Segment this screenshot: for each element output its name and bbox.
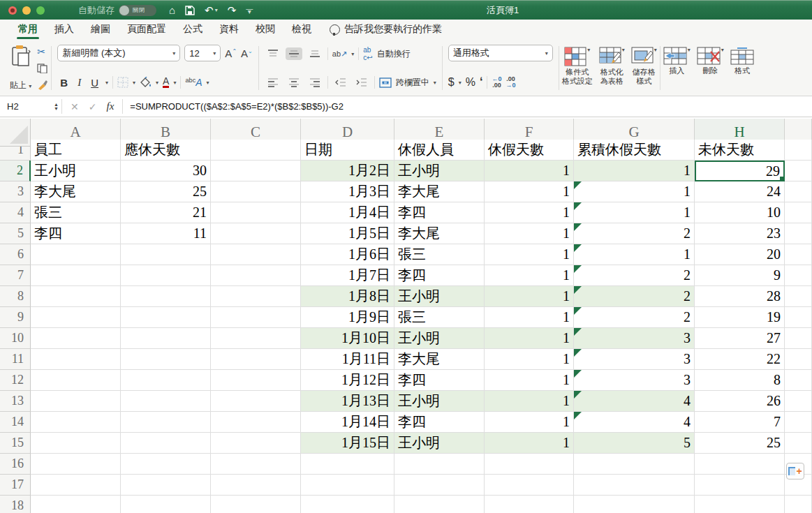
cell-A8[interactable] (31, 286, 121, 307)
bold-button[interactable]: B (57, 77, 71, 89)
cell-A4[interactable]: 張三 (31, 202, 121, 223)
cell-F4[interactable]: 1 (485, 202, 574, 223)
redo-icon[interactable]: ↷ (228, 5, 237, 15)
formula-input[interactable]: =SUMPRODUCT(($A$2:$A$5=E2)*($B$2:$B$5))-… (130, 101, 344, 112)
cell-F14[interactable]: 1 (485, 412, 574, 433)
cell-A6[interactable] (31, 244, 121, 265)
cell-A12[interactable] (31, 370, 121, 391)
cell-B1[interactable]: 應休天數 (121, 140, 211, 161)
conditional-formatting-button[interactable]: ▾ 條件式格式設定 (559, 46, 596, 87)
cell-H6[interactable]: 20 (695, 244, 785, 265)
cell-H10[interactable]: 27 (695, 328, 785, 349)
cell-D11[interactable]: 1月11日 (301, 349, 394, 370)
cell-F3[interactable]: 1 (485, 181, 574, 202)
close-window-button[interactable] (8, 6, 17, 15)
cell-D9[interactable]: 1月9日 (301, 307, 394, 328)
cell-F8[interactable]: 1 (485, 286, 574, 307)
cell-A18[interactable] (31, 496, 121, 513)
cell-E15[interactable]: 王小明 (394, 433, 485, 454)
name-box[interactable]: H2 ▲▼ (0, 96, 61, 117)
align-left-icon[interactable] (265, 76, 281, 89)
cell-H4[interactable]: 10 (695, 202, 785, 223)
enter-icon[interactable]: ✓ (89, 101, 97, 112)
cell-C12[interactable] (211, 370, 301, 391)
cell-C3[interactable] (211, 181, 301, 202)
cell-G17[interactable] (574, 475, 695, 496)
comma-format-button[interactable]: , (480, 76, 482, 89)
format-cells-button[interactable]: 格式 (728, 46, 757, 76)
cell-G11[interactable]: 3 (574, 349, 695, 370)
cell-A2[interactable]: 王小明 (31, 161, 121, 181)
cell-E1[interactable]: 休假人員 (394, 140, 485, 161)
cell-B4[interactable]: 21 (121, 202, 211, 223)
align-bottom-icon[interactable] (307, 47, 323, 60)
cell-H18[interactable] (695, 496, 785, 513)
cell-G13[interactable]: 4 (574, 391, 695, 412)
cell-C10[interactable] (211, 328, 301, 349)
home-icon[interactable]: ⌂ (169, 5, 175, 15)
row-header-15[interactable]: 15 (0, 433, 31, 454)
cell-C18[interactable] (211, 496, 301, 513)
wrap-text-icon[interactable]: abc↩ (363, 46, 372, 61)
cancel-icon[interactable]: ✕ (71, 101, 79, 112)
cell-E18[interactable] (394, 496, 485, 513)
row-header-3[interactable]: 3 (0, 181, 31, 202)
cell-D17[interactable] (301, 475, 394, 496)
cell-C15[interactable] (211, 433, 301, 454)
cut-icon[interactable]: ✂ (37, 46, 48, 57)
align-top-icon[interactable] (265, 47, 281, 60)
merge-center-label[interactable]: 跨欄置中 (396, 77, 429, 89)
cell-C2[interactable] (211, 161, 301, 181)
cell-F18[interactable] (485, 496, 574, 513)
cell-A17[interactable] (31, 475, 121, 496)
cell-E2[interactable]: 王小明 (394, 161, 485, 181)
cell-D7[interactable]: 1月7日 (301, 265, 394, 286)
cell-A16[interactable] (31, 454, 121, 475)
cell-D13[interactable]: 1月13日 (301, 391, 394, 412)
cell-D10[interactable]: 1月10日 (301, 328, 394, 349)
cell-H17[interactable] (695, 475, 785, 496)
row-header-6[interactable]: 6 (0, 244, 31, 265)
currency-format-button[interactable]: $ (448, 76, 455, 89)
select-all-corner[interactable] (0, 119, 31, 147)
cell-D4[interactable]: 1月4日 (301, 202, 394, 223)
phonetic-guide-icon[interactable]: abcA (185, 77, 202, 88)
increase-indent-icon[interactable] (353, 76, 370, 89)
cell-G18[interactable] (574, 496, 695, 513)
cell-F9[interactable]: 1 (485, 307, 574, 328)
quick-analysis-button[interactable]: + (786, 463, 804, 479)
cell-F11[interactable]: 1 (485, 349, 574, 370)
cell-F1[interactable]: 休假天數 (485, 140, 574, 161)
increase-font-size-button[interactable]: A⌃ (225, 47, 237, 59)
cell-B15[interactable] (121, 433, 211, 454)
cell-C16[interactable] (211, 454, 301, 475)
cell-D3[interactable]: 1月3日 (301, 181, 394, 202)
cell-F6[interactable]: 1 (485, 244, 574, 265)
insert-function-icon[interactable]: fx (106, 101, 114, 112)
cell-G8[interactable]: 2 (574, 286, 695, 307)
delete-cells-button[interactable]: ▾ 刪除 (694, 46, 727, 76)
cell-H8[interactable]: 28 (695, 286, 785, 307)
cell-styles-button[interactable]: ▾ 儲存格樣式 (628, 46, 660, 87)
cell-B10[interactable] (121, 328, 211, 349)
cell-B12[interactable] (121, 370, 211, 391)
paste-chevron-icon[interactable]: ▾ (29, 83, 31, 89)
merge-center-chevron-icon[interactable]: ▾ (434, 80, 436, 86)
cell-A11[interactable] (31, 349, 121, 370)
undo-icon[interactable]: ↶ (205, 5, 214, 15)
italic-button[interactable]: I (75, 77, 84, 89)
cell-C11[interactable] (211, 349, 301, 370)
borders-icon[interactable] (117, 77, 128, 88)
underline-button[interactable]: U (88, 77, 101, 89)
cell-E6[interactable]: 張三 (394, 244, 485, 265)
cell-D14[interactable]: 1月14日 (301, 412, 394, 433)
font-size-select[interactable]: 12▾ (184, 45, 221, 61)
cell-H2[interactable]: 29 (695, 161, 785, 181)
cell-B17[interactable] (121, 475, 211, 496)
cell-B13[interactable] (121, 391, 211, 412)
align-middle-icon[interactable] (286, 47, 302, 60)
cell-D12[interactable]: 1月12日 (301, 370, 394, 391)
borders-chevron-icon[interactable]: ▾ (133, 80, 135, 86)
cell-G15[interactable]: 5 (574, 433, 695, 454)
cell-G14[interactable]: 4 (574, 412, 695, 433)
